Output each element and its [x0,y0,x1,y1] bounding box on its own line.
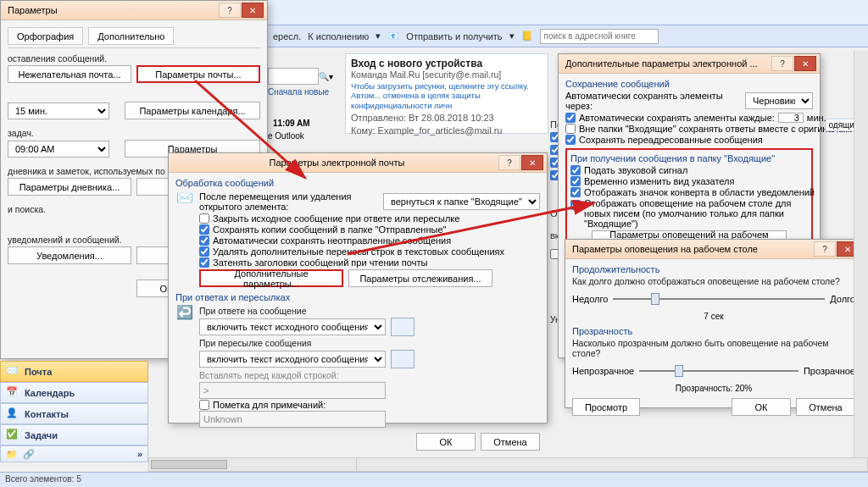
e-outlook-fragment: e Outlook [268,131,304,141]
close-button[interactable]: ✕ [521,155,543,170]
onfwd-select[interactable]: включить текст исходного сообщения [199,351,386,368]
transparency-value: Прозрачность: 20% [572,384,855,393]
after-action-select[interactable]: вернуться к папке "Входящие" [383,193,540,210]
help-button[interactable]: ? [498,155,520,170]
sort-newest[interactable]: Сначала новые [268,87,329,97]
sent-value: Вт 28.08.2018 10:23 [409,113,494,123]
message-from: Команда Mail.Ru [security@e.mail.ru] [351,69,542,80]
close-button[interactable]: ✕ [794,56,816,71]
mail-params-button[interactable]: Параметры почты... [136,65,260,83]
help-button[interactable]: ? [814,241,836,257]
duration-long-label: Долго [830,294,855,304]
nav-mail[interactable]: ✉️Почта [0,361,148,382]
tracking-params-button[interactable]: Параметры отслеживания... [348,269,492,287]
status-bar: Всего элементов: 5 [0,472,868,487]
book-icon[interactable]: 📒 [521,30,533,42]
message-time: 11:09 AM [273,119,310,128]
search-input[interactable] [268,68,319,85]
chk-desktop-alert[interactable]: Отображать оповещение на рабочем столе д… [570,198,808,229]
chk-close-original[interactable]: Закрыть исходное сообщение при ответе ил… [199,213,540,224]
prefix-input [199,382,386,399]
chk-mark-comments[interactable]: Пометка для примечаний: [199,400,540,410]
cancel-button[interactable]: Отмена [796,398,855,416]
duration-slider[interactable] [613,291,825,307]
toolbar-sendrecv[interactable]: Отправить и получить [406,31,502,42]
toolbar-reply[interactable]: ересл. [273,31,301,42]
folder-icon: 📁 [6,449,18,460]
autosave-folder-select[interactable]: Черновики [745,92,813,109]
desktop-notify-titlebar: Параметры оповещения на рабочем столе ?✕ [565,240,862,259]
chk-show-envelope[interactable]: Отображать значок конверта в области уве… [570,187,808,197]
diary-params-button[interactable]: Параметры дневника... [8,178,131,196]
junk-mail-button[interactable]: Нежелательная почта... [8,65,131,83]
close-button[interactable]: ✕ [242,3,264,18]
reminder-select[interactable]: 15 мин. [8,102,109,119]
chk-save-outside-inbox[interactable]: Вне папки "Входящие" сохранять ответы вм… [565,124,813,134]
prefix-label: Вставлять перед каждой строкой: [199,370,540,380]
parameters-titlebar: Параметры ? ✕ [1,1,267,20]
transparency-question: Насколько прозрачным должно быть оповеще… [572,338,855,358]
email-params-titlebar: Параметры электронной почты ? ✕ [169,153,547,173]
calendar-icon: 📅 [6,386,19,400]
toolbar-followup[interactable]: К исполнению [308,31,369,42]
calendar-params-button[interactable]: Параметры календаря... [125,102,260,119]
chk-save-forwarded[interactable]: Сохранять переадресованные сообщения [565,135,813,145]
nav-calendar[interactable]: 📅Календарь [0,382,148,403]
chk-play-sound[interactable]: Подать звуковой сигнал [570,165,808,175]
duration-short-label: Недолго [572,294,608,304]
tab-spelling[interactable]: Орфография [8,27,83,45]
replies-group-title: При ответах и пересылках [175,292,540,302]
nav-collapse[interactable]: 📁 🔗» [0,445,148,462]
to-value: Example_for_articles@mail.ru [378,125,503,136]
after-action-label: После перемещения или удаления открытого… [199,191,378,212]
horizontal-scrollbar-right[interactable] [356,457,868,472]
advanced-params-button[interactable]: Дополнительные параметры... [199,269,343,287]
help-button[interactable]: ? [771,56,793,71]
onreply-select[interactable]: включить текст исходного сообщения [199,318,386,335]
chevron-down-icon: ▾ [376,30,381,42]
autosave-min-input[interactable] [778,113,804,123]
ok-button[interactable]: ОК [416,433,476,451]
processing-group-title: Обработка сообщений [175,178,540,188]
outlook-ribbon-bg [268,0,868,25]
compose-label: оставления сообщений. [8,53,260,64]
chk-save-sent[interactable]: Сохранять копии сообщений в папке "Отпра… [199,224,540,235]
desktop-notify-title: Параметры оповещения на рабочем столе [569,244,814,254]
autosave-every-label: Автоматически сохранять элементы через: [565,91,740,111]
nav-tasks[interactable]: ✅Задачи [0,424,148,445]
address-book-search-input[interactable] [540,29,659,44]
chk-autosave-unsent[interactable]: Автоматически сохранять неотправленные с… [199,235,540,246]
message-infobar[interactable]: Чтобы загрузить рисунки, щелкните эту сс… [351,81,542,110]
vertical-scrollbar[interactable] [854,51,868,457]
chk-autosave-each[interactable]: Автоматически сохранять элементы каждые:… [565,113,813,123]
chk-shade-headers[interactable]: Затенять заголовки сообщений при чтении … [199,257,540,268]
task-time-select[interactable]: 09:00 AM [8,141,109,158]
tasks-label: задач. [8,128,260,138]
transparent-label: Прозрачное [804,366,855,376]
preview-button[interactable]: Просмотр [572,398,640,416]
shortcut-icon: 🔗 [23,449,35,460]
help-button[interactable]: ? [219,3,241,18]
to-label: Кому: [351,125,376,136]
mark-input [199,411,386,428]
nav-contacts[interactable]: 👤Контакты [0,403,148,424]
transparency-slider[interactable] [639,363,798,379]
additional-params-titlebar: Дополнительные параметры электронной ...… [559,54,820,74]
duration-group-title: Продолжительность [572,264,855,274]
opaque-label: Непрозрачное [572,366,634,376]
chk-remove-linebreaks[interactable]: Удалять дополнительные переносы строк в … [199,246,540,257]
notifications-button[interactable]: Уведомления... [8,246,131,264]
duration-question: Как долго должно отображаться оповещение… [572,276,855,286]
email-params-title: Параметры электронной почты [172,158,498,168]
onfwd-label: При пересылке сообщения [199,338,540,348]
inbox-group-title: При получении сообщения в папку "Входящи… [570,153,808,163]
chk-change-cursor[interactable]: Временно изменить вид указателя [570,176,808,186]
cancel-button[interactable]: Отмена [481,433,540,451]
tasks-icon: ✅ [6,429,19,442]
scrollbar-thumb[interactable] [151,460,227,469]
tab-advanced[interactable]: Дополнительно [88,27,174,45]
save-group-title: Сохранение сообщений [565,79,813,89]
ok-button[interactable]: ОК [732,398,791,416]
preview-icon [391,318,415,336]
reply-icon: ↩️ [175,304,194,320]
